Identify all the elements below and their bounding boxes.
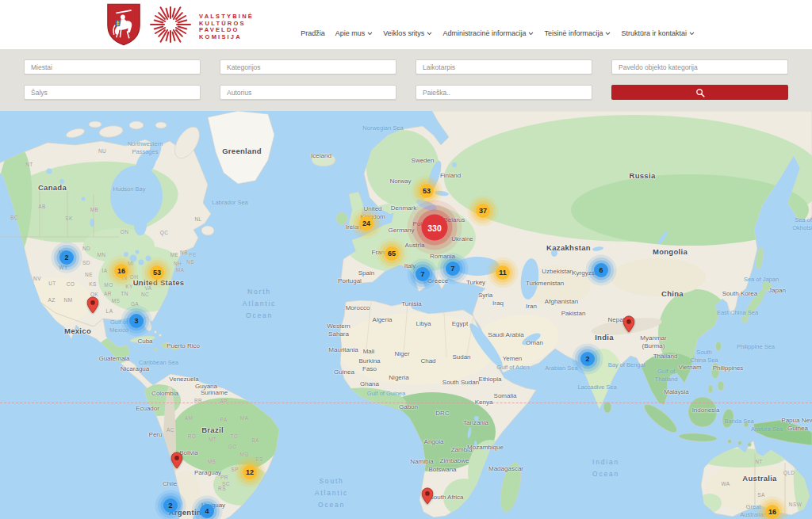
cluster-marker[interactable]: 11 xyxy=(496,265,510,280)
cluster-count: 53 xyxy=(419,184,434,198)
equator-line xyxy=(0,403,812,403)
nav-item-label: Administracinė informacija xyxy=(442,29,526,37)
cluster-marker[interactable]: 2 xyxy=(163,498,178,513)
cluster-marker[interactable]: 53 xyxy=(150,265,164,280)
cluster-marker[interactable]: 6 xyxy=(594,263,608,277)
cluster-marker[interactable]: 37 xyxy=(476,204,490,218)
cluster-count: 12 xyxy=(243,465,257,479)
nav-item-label: Teisinė informacija xyxy=(544,29,603,37)
cluster-count: 3 xyxy=(129,314,144,328)
cluster-count: 16 xyxy=(765,505,779,519)
filter-input-paveldo-objekto-kategorija[interactable] xyxy=(611,59,788,74)
cluster-marker[interactable]: 2 xyxy=(580,352,595,366)
nav-item-pradžia[interactable]: Pradžia xyxy=(301,29,325,37)
nav-item-administracinė-informacija[interactable]: Administracinė informacija xyxy=(442,29,534,37)
cluster-count: 11 xyxy=(496,265,510,280)
site-header: VALSTYBINĖ KULTŪROS PAVELDO KOMISIJA Pra… xyxy=(0,0,812,49)
cluster-count: 7 xyxy=(446,261,460,276)
nav-item-struktūra-ir-kontaktai[interactable]: Struktūra ir kontaktai xyxy=(621,29,695,37)
nav-item-label: Apie mus xyxy=(335,29,366,37)
nav-item-teisinė-informacija[interactable]: Teisinė informacija xyxy=(544,29,611,37)
cluster-count: 4 xyxy=(200,504,214,518)
org-name: VALSTYBINĖ KULTŪROS PAVELDO KOMISIJA xyxy=(199,13,254,40)
chevron-down-icon xyxy=(528,32,534,36)
filter-input-laikotarpis[interactable] xyxy=(416,59,592,74)
nav-item-apie-mus[interactable]: Apie mus xyxy=(335,29,373,37)
vkpk-sunburst-logo xyxy=(149,3,192,46)
chevron-down-icon xyxy=(367,32,373,36)
cluster-count: 2 xyxy=(59,250,74,265)
search-button[interactable] xyxy=(611,85,788,100)
map-viewport[interactable]: CanadaUnited StatesMexicoBrazilArgentina… xyxy=(0,111,812,519)
filter-input-kategorijos[interactable] xyxy=(220,59,396,74)
cluster-marker[interactable]: 16 xyxy=(765,505,779,519)
nav-item-veiklos-sritys[interactable]: Veiklos sritys xyxy=(383,29,432,37)
cluster-count: 53 xyxy=(150,265,164,280)
filter-bar-grid xyxy=(0,49,812,100)
heritage-map-page: VALSTYBINĖ KULTŪROS PAVELDO KOMISIJA Pra… xyxy=(0,0,812,519)
map-pin[interactable] xyxy=(87,296,99,314)
cluster-marker[interactable]: 53 xyxy=(419,184,434,198)
filter-bar xyxy=(0,49,812,111)
cluster-marker[interactable]: 24 xyxy=(359,216,373,231)
chevron-down-icon xyxy=(605,32,611,36)
filter-input-autorius[interactable] xyxy=(220,85,396,100)
org-name-line: KOMISIJA xyxy=(199,34,254,41)
cluster-count: 24 xyxy=(359,216,373,231)
cluster-count: 65 xyxy=(385,246,399,261)
nav-item-label: Veiklos sritys xyxy=(383,29,424,37)
map-pin[interactable] xyxy=(171,452,183,469)
cluster-marker[interactable]: 16 xyxy=(114,264,128,278)
world-map-graphic xyxy=(0,111,812,519)
cluster-count: 7 xyxy=(416,267,430,281)
cluster-count: 6 xyxy=(594,263,608,277)
map-pin[interactable] xyxy=(422,487,434,505)
cluster-count: 330 xyxy=(422,215,448,241)
cluster-marker[interactable]: 330 xyxy=(422,215,448,241)
cluster-marker[interactable]: 12 xyxy=(243,465,257,479)
nav-item-label: Struktūra ir kontaktai xyxy=(621,29,687,37)
cluster-count: 37 xyxy=(476,204,490,218)
nav-item-label: Pradžia xyxy=(301,29,325,37)
map-pin[interactable] xyxy=(623,315,635,333)
cluster-marker[interactable]: 7 xyxy=(416,267,430,281)
chevron-down-icon xyxy=(427,32,432,36)
cluster-marker[interactable]: 3 xyxy=(129,314,144,328)
coat-of-arms-logo xyxy=(103,2,144,47)
cluster-marker[interactable]: 7 xyxy=(446,261,460,276)
site-logo[interactable]: VALSTYBINĖ KULTŪROS PAVELDO KOMISIJA xyxy=(103,2,254,47)
chevron-down-icon xyxy=(689,32,695,36)
filter-input-šalys[interactable] xyxy=(24,85,201,100)
search-icon xyxy=(695,88,705,97)
cluster-marker[interactable]: 2 xyxy=(59,250,74,265)
cluster-count: 2 xyxy=(163,498,178,513)
cluster-marker[interactable]: 65 xyxy=(385,246,399,261)
cluster-count: 2 xyxy=(580,352,595,366)
main-nav: PradžiaApie musVeiklos sritysAdministrac… xyxy=(301,29,695,37)
cluster-count: 16 xyxy=(114,264,128,278)
cluster-marker[interactable]: 4 xyxy=(200,504,214,518)
filter-input-miestai[interactable] xyxy=(24,59,201,74)
filter-input-paieška[interactable] xyxy=(416,85,592,100)
